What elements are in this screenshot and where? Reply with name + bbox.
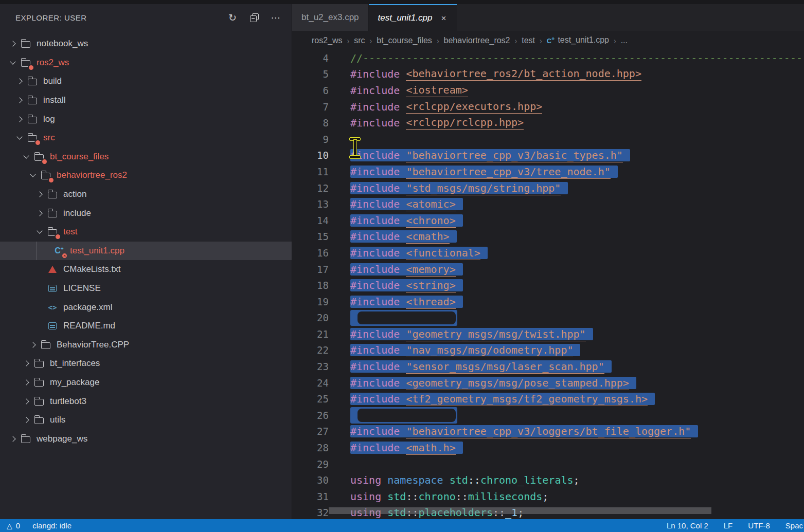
chevron-right-icon[interactable] <box>13 79 26 83</box>
horizontal-scrollbar[interactable] <box>329 507 711 514</box>
tree-item-log[interactable]: log <box>0 109 292 129</box>
code-line-26[interactable]: 26 <box>292 407 804 424</box>
code-line-24[interactable]: 24#include <geometry_msgs/msg/pose_stamp… <box>292 375 804 391</box>
tree-item-CMakeLists.txt[interactable]: CMakeLists.txt <box>0 260 292 279</box>
code-token: #include <box>350 247 406 259</box>
code-line-19[interactable]: 19#include <thread> <box>292 293 804 310</box>
tree-item-src[interactable]: src <box>0 129 292 148</box>
chevron-down-icon[interactable] <box>13 137 26 139</box>
chevron-right-icon[interactable] <box>20 399 33 403</box>
code-line-18[interactable]: 18#include <string> <box>292 277 804 293</box>
code-line-21[interactable]: 21#include "geometry_msgs/msg/twist.hpp" <box>292 326 804 342</box>
encoding-indicator[interactable]: UTF-8 <box>748 521 770 530</box>
chevron-right-icon[interactable] <box>33 211 46 215</box>
tree-item-bt_interfaces[interactable]: bt_interfaces <box>0 354 292 373</box>
line-number: 24 <box>292 377 329 389</box>
code-line-14[interactable]: 14#include <chrono> <box>292 212 804 229</box>
explorer-header: EXPLORER: USER ↻ ⋯ <box>0 4 292 31</box>
breadcrumb-item-behaviortree_ros2[interactable]: behaviortree_ros2 <box>444 36 510 45</box>
tree-item-bt_course_files[interactable]: bt_course_files <box>0 148 292 167</box>
code-line-12[interactable]: 12#include "std_msgs/msg/string.hpp" <box>292 180 804 196</box>
breadcrumb-item-test_unit1.cpp[interactable]: C+test_unit1.cpp <box>547 35 609 45</box>
code-line-11[interactable]: 11#include "behaviortree_cpp_v3/tree_nod… <box>292 163 804 180</box>
tree-item-webpage_ws[interactable]: webpage_ws <box>0 429 292 448</box>
chevron-down-icon[interactable] <box>26 174 40 176</box>
tree-item-LICENSE[interactable]: LICENSE <box>0 279 292 298</box>
chevron-right-icon[interactable] <box>6 42 20 46</box>
code-line-31[interactable]: 31using std::chrono::milliseconds; <box>292 488 804 505</box>
selection-highlight: #include <geometry_msgs/msg/pose_stamped… <box>350 377 636 389</box>
code-token: "geometry_msgs/msg/twist.hpp" <box>406 328 585 341</box>
code-line-17[interactable]: 17#include <memory> <box>292 261 804 278</box>
breadcrumb-item-src[interactable]: src <box>354 36 365 45</box>
code-line-4[interactable]: 4//-------------------------------------… <box>292 50 804 66</box>
chevron-right-icon[interactable] <box>33 192 46 196</box>
chevron-down-icon[interactable] <box>33 231 46 233</box>
more-actions-icon[interactable]: ⋯ <box>269 11 282 24</box>
breadcrumb-item-test[interactable]: test <box>522 36 535 45</box>
code-line-22[interactable]: 22#include "nav_msgs/msg/odometry.hpp" <box>292 342 804 359</box>
tree-item-action[interactable]: action <box>0 185 292 204</box>
code-line-8[interactable]: 8#include <rclcpp/rclcpp.hpp> <box>292 115 804 131</box>
code-line-20[interactable]: 20 <box>292 310 804 326</box>
clangd-status[interactable]: clangd: idle <box>32 521 72 530</box>
tree-item-include[interactable]: include <box>0 204 292 223</box>
breadcrumb-item-ros2_ws[interactable]: ros2_ws <box>312 36 343 45</box>
tree-item-turtlebot3[interactable]: turtlebot3 <box>0 392 292 411</box>
code-line-6[interactable]: 6#include <iostream> <box>292 82 804 99</box>
tree-item-my_package[interactable]: my_package <box>0 373 292 392</box>
tree-item-utils[interactable]: utils <box>0 411 292 430</box>
breadcrumb-item-...[interactable]: ... <box>621 36 628 45</box>
tree-item-install[interactable]: install <box>0 91 292 110</box>
problems-indicator[interactable]: △ 0 <box>7 521 20 530</box>
tree-item-BehaviorTree.CPP[interactable]: BehaviorTree.CPP <box>0 336 292 355</box>
code-line-9[interactable]: 9 <box>292 131 804 148</box>
eol-indicator[interactable]: LF <box>724 521 733 530</box>
chevron-right-icon[interactable] <box>20 380 33 384</box>
code-token: <math.h> <box>406 442 455 455</box>
chevron-right-icon[interactable] <box>6 437 20 441</box>
tree-item-behaviortree_ros2[interactable]: behaviortree_ros2 <box>0 166 292 185</box>
code-editor[interactable]: 4//-------------------------------------… <box>292 50 804 519</box>
code-line-28[interactable]: 28#include <math.h> <box>292 439 804 456</box>
code-line-13[interactable]: 13#include <atomic> <box>292 196 804 212</box>
tree-item-test[interactable]: test <box>0 223 292 242</box>
refresh-icon[interactable]: ↻ <box>226 11 239 24</box>
chevron-right-icon[interactable] <box>13 98 26 102</box>
tab-test_unit1.cpp[interactable]: test_unit1.cpp× <box>369 4 457 31</box>
code-line-25[interactable]: 25#include <tf2_geometry_msgs/tf2_geomet… <box>292 391 804 407</box>
code-token: #include <box>350 360 406 373</box>
tree-item-ros2_ws[interactable]: ros2_ws <box>0 53 292 72</box>
chevron-down-icon[interactable] <box>20 156 33 158</box>
indent-indicator[interactable]: Spac <box>785 521 803 530</box>
collapse-folders-icon[interactable] <box>247 11 261 24</box>
code-line-5[interactable]: 5#include <behaviortree_ros2/bt_action_n… <box>292 66 804 83</box>
chevron-right-icon[interactable] <box>13 117 26 121</box>
code-line-30[interactable]: 30using namespace std::chrono_literals; <box>292 472 804 488</box>
line-number: 20 <box>292 312 329 323</box>
selection-highlight: #include "sensor_msgs/msg/laser_scan.hpp… <box>350 360 612 373</box>
chevron-glyph <box>16 79 22 84</box>
close-icon[interactable]: × <box>439 13 448 24</box>
code-line-15[interactable]: 15#include <cmath> <box>292 229 804 245</box>
breadcrumb-item-bt_course_files[interactable]: bt_course_files <box>377 36 432 45</box>
chevron-right-icon[interactable] <box>26 343 40 347</box>
code-line-29[interactable]: 29 <box>292 456 804 472</box>
code-line-16[interactable]: 16#include <functional> <box>292 245 804 261</box>
tree-item-README.md[interactable]: README.md <box>0 317 292 336</box>
chevron-right-icon[interactable] <box>20 361 33 365</box>
tree-item-build[interactable]: build <box>0 72 292 91</box>
status-bar: △ 0 clangd: idle Ln 10, Col 2 LF UTF-8 S… <box>0 519 804 532</box>
tree-item-package.xml[interactable]: <>package.xml <box>0 298 292 317</box>
tree-item-label: README.md <box>63 321 115 331</box>
code-line-27[interactable]: 27#include "behaviortree_cpp_v3/loggers/… <box>292 424 804 440</box>
tab-bt_u2_ex3.cpp[interactable]: bt_u2_ex3.cpp <box>292 4 369 31</box>
code-line-23[interactable]: 23#include "sensor_msgs/msg/laser_scan.h… <box>292 358 804 375</box>
chevron-down-icon[interactable] <box>6 62 20 64</box>
chevron-right-icon[interactable] <box>20 418 33 422</box>
code-line-7[interactable]: 7#include <rclcpp/executors.hpp> <box>292 99 804 115</box>
tree-item-test_unit1.cpp[interactable]: C+×test_unit1.cpp <box>0 242 292 261</box>
cursor-position[interactable]: Ln 10, Col 2 <box>667 521 708 530</box>
tree-item-notebook_ws[interactable]: notebook_ws <box>0 34 292 53</box>
code-line-10[interactable]: 10#include "behaviortree_cpp_v3/basic_ty… <box>292 148 804 164</box>
